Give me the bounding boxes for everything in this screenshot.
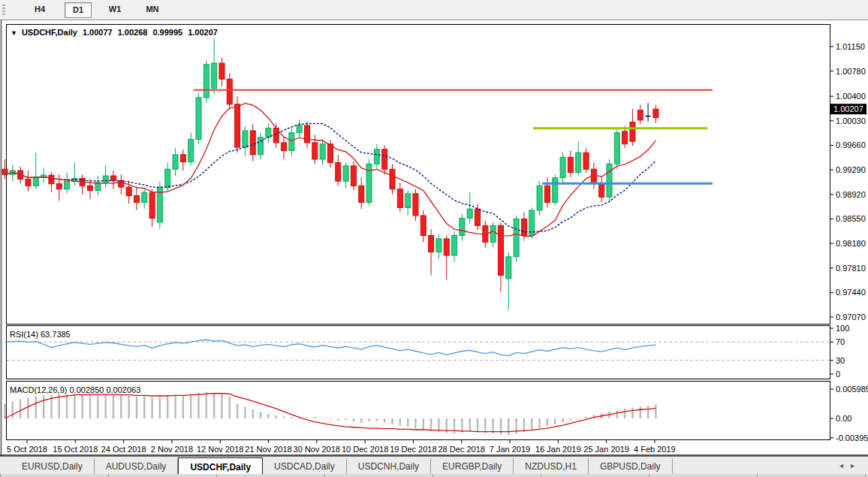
tabbar-bottom-strip bbox=[0, 474, 868, 477]
main-price-pane[interactable] bbox=[7, 25, 830, 325]
tab-usdchf-daily[interactable]: USDCHF,Daily bbox=[178, 457, 263, 475]
ohlc-close: 1.00207 bbox=[188, 28, 218, 37]
svg-text:1.00780: 1.00780 bbox=[836, 67, 866, 76]
svg-text:0: 0 bbox=[836, 370, 840, 379]
macd-main-value: 0.002850 bbox=[69, 385, 104, 394]
macd-name: MACD(12,26,9) bbox=[10, 385, 67, 394]
svg-text:12 Nov 2018: 12 Nov 2018 bbox=[197, 445, 243, 454]
svg-text:0.98920: 0.98920 bbox=[836, 190, 866, 199]
ohlc-low: 0.99995 bbox=[152, 28, 182, 37]
svg-text:0.97070: 0.97070 bbox=[836, 312, 866, 322]
svg-text:0.99660: 0.99660 bbox=[836, 140, 866, 149]
svg-text:10 Dec 2018: 10 Dec 2018 bbox=[342, 445, 388, 454]
svg-text:0.99290: 0.99290 bbox=[836, 165, 866, 174]
svg-text:70: 70 bbox=[836, 337, 845, 346]
svg-text:0.00: 0.00 bbox=[836, 414, 851, 423]
macd-signal-value: 0.002063 bbox=[106, 385, 140, 394]
chart-title[interactable]: ▼USDCHF,Daily1.000771.002680.999951.0020… bbox=[11, 28, 218, 37]
tab-eurusd-daily[interactable]: EURUSD,Daily bbox=[11, 458, 95, 475]
tab-usdcnh-daily[interactable]: USDCNH,Daily bbox=[347, 458, 431, 475]
current-price-badge: 1.00207 bbox=[830, 104, 866, 114]
svg-text:100: 100 bbox=[836, 324, 849, 333]
svg-text:21 Nov 2018: 21 Nov 2018 bbox=[245, 445, 291, 454]
timeframe-button-h4[interactable]: H4 bbox=[27, 2, 53, 17]
symbol-dropdown-icon[interactable]: ▼ bbox=[11, 29, 17, 37]
price-axis: 1.011501.007801.004001.000300.996600.992… bbox=[830, 42, 866, 322]
svg-text:4 Feb 2019: 4 Feb 2019 bbox=[634, 445, 676, 454]
tab-gbpusd-daily[interactable]: GBPUSD,Daily bbox=[589, 458, 673, 475]
svg-text:1.00030: 1.00030 bbox=[836, 116, 866, 125]
tab-audusd-daily[interactable]: AUDUSD,Daily bbox=[95, 458, 179, 475]
svg-text:0.98550: 0.98550 bbox=[836, 214, 866, 223]
svg-text:28 Dec 2018: 28 Dec 2018 bbox=[439, 445, 485, 454]
svg-text:19 Dec 2018: 19 Dec 2018 bbox=[390, 445, 436, 454]
svg-text:2 Nov 2018: 2 Nov 2018 bbox=[151, 445, 193, 454]
chart-symbol-label: USDCHF,Daily bbox=[22, 28, 77, 37]
svg-text:24 Oct 2018: 24 Oct 2018 bbox=[101, 445, 146, 454]
svg-text:1.00400: 1.00400 bbox=[836, 92, 866, 101]
svg-text:1.01150: 1.01150 bbox=[836, 42, 865, 51]
timeframe-button-w1[interactable]: W1 bbox=[102, 2, 128, 17]
svg-text:30: 30 bbox=[836, 356, 845, 365]
svg-text:5 Oct 2018: 5 Oct 2018 bbox=[7, 445, 47, 454]
svg-text:30 Nov 2018: 30 Nov 2018 bbox=[294, 445, 340, 454]
svg-text:0.97810: 0.97810 bbox=[836, 264, 866, 273]
svg-text:15 Oct 2018: 15 Oct 2018 bbox=[53, 445, 98, 454]
tabs-scroll-right-icon[interactable]: ▸ bbox=[851, 461, 862, 469]
timeframe-button-mn[interactable]: MN bbox=[140, 2, 165, 17]
svg-text:7 Jan 2019: 7 Jan 2019 bbox=[490, 445, 530, 454]
svg-text:16 Jan 2019: 16 Jan 2019 bbox=[535, 445, 581, 454]
rsi-value: 63.7385 bbox=[41, 330, 71, 339]
timeframe-button-d1[interactable]: D1 bbox=[65, 2, 92, 18]
chart-window: 1.011501.007801.004001.000300.996600.992… bbox=[0, 20, 868, 456]
tabs-scroll-left-icon[interactable]: ◂ bbox=[839, 461, 851, 469]
tab-nzdusd-h1[interactable]: NZDUSD,H1 bbox=[514, 458, 589, 475]
svg-text:-0.003954: -0.003954 bbox=[836, 433, 868, 442]
svg-text:0.97440: 0.97440 bbox=[836, 288, 866, 297]
svg-text:25 Jan 2019: 25 Jan 2019 bbox=[583, 445, 629, 454]
toolbar-grip-icon[interactable] bbox=[2, 5, 5, 15]
svg-text:1.00207: 1.00207 bbox=[833, 104, 863, 113]
svg-text:0.005985: 0.005985 bbox=[836, 385, 868, 394]
time-axis: 5 Oct 201815 Oct 201824 Oct 20182 Nov 20… bbox=[7, 439, 676, 454]
ohlc-open: 1.00077 bbox=[83, 28, 113, 37]
tab-eurgbp-daily[interactable]: EURGBP,Daily bbox=[431, 458, 514, 475]
ohlc-high: 1.00268 bbox=[118, 28, 148, 37]
timeframe-toolbar: H4D1W1MN bbox=[0, 0, 868, 20]
macd-indicator-label: MACD(12,26,9) 0.002850 0.002063 bbox=[10, 385, 140, 394]
rsi-indicator-label: RSI(14) 63.7385 bbox=[10, 330, 71, 339]
rsi-name: RSI(14) bbox=[10, 330, 38, 339]
svg-text:0.98180: 0.98180 bbox=[836, 239, 866, 248]
tab-usdcad-daily[interactable]: USDCAD,Daily bbox=[263, 458, 347, 475]
